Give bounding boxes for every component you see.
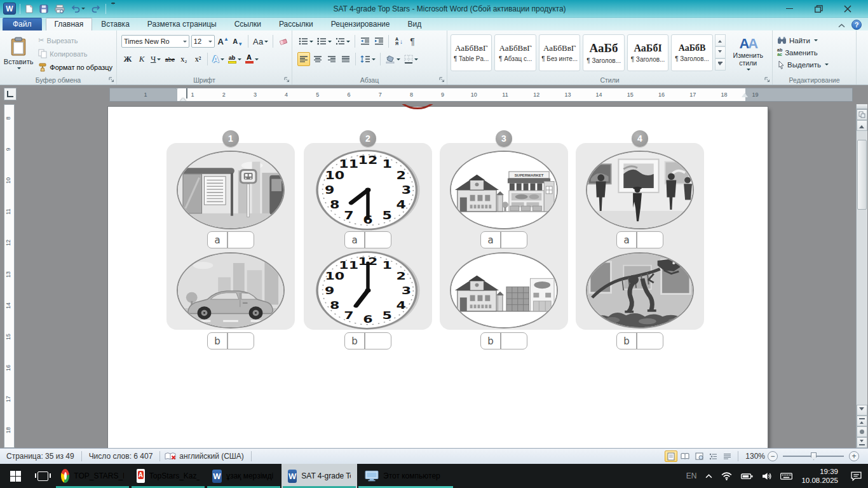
change-styles-button[interactable]: АА Изменить стили	[726, 34, 770, 74]
language-tray-indicator[interactable]: EN	[686, 471, 697, 480]
scrollbar-thumb[interactable]	[857, 140, 867, 210]
align-center-button[interactable]	[311, 52, 324, 66]
styles-scroll-down-button[interactable]	[715, 46, 726, 58]
page-indicator[interactable]: Страница: 35 из 49	[4, 452, 77, 461]
select-browse-object-button[interactable]	[857, 426, 867, 437]
paste-button[interactable]: Вставить	[3, 34, 34, 74]
web-layout-view-button[interactable]	[693, 451, 705, 462]
styles-more-button[interactable]	[715, 58, 726, 71]
cut-button[interactable]: ✂Вырезать	[36, 34, 114, 47]
justify-button[interactable]	[339, 52, 352, 66]
style-no-spacing[interactable]: АаБбВвГ¶ Без инте...	[539, 34, 580, 71]
print-layout-view-button[interactable]	[665, 451, 677, 462]
help-button[interactable]	[851, 20, 862, 30]
align-left-button[interactable]	[297, 52, 310, 66]
tab-review[interactable]: Рецензирование	[322, 18, 399, 30]
highlight-color-button[interactable]: ab	[227, 52, 243, 66]
document-page[interactable]: 1	[108, 107, 768, 448]
vertical-ruler[interactable]: 89101112131415161718	[4, 104, 15, 448]
clear-formatting-button[interactable]	[277, 34, 290, 48]
font-color-button[interactable]: А	[244, 52, 260, 66]
style-heading2[interactable]: АаБбІ¶ Заголов...	[627, 34, 668, 71]
zoom-in-button[interactable]	[849, 451, 859, 461]
save-button[interactable]	[38, 3, 50, 15]
answer-blank[interactable]	[501, 232, 527, 248]
tab-file[interactable]: Файл	[3, 18, 42, 30]
sort-button[interactable]: АЯ↓	[392, 34, 405, 48]
speaker-icon[interactable]	[762, 472, 771, 480]
tab-home[interactable]: Главная	[46, 18, 93, 30]
answer-blank[interactable]	[228, 232, 254, 248]
answer-blank[interactable]	[365, 232, 391, 248]
tab-insert[interactable]: Вставка	[92, 18, 139, 30]
replace-button[interactable]: abacЗаменить	[775, 46, 820, 58]
undo-button[interactable]	[70, 3, 86, 15]
select-button[interactable]: Выделить	[775, 58, 831, 71]
zoom-out-button[interactable]	[768, 451, 778, 461]
zoom-slider[interactable]	[783, 456, 844, 457]
full-screen-reading-view-button[interactable]	[679, 451, 691, 462]
action-center-icon[interactable]	[851, 471, 862, 481]
styles-dialog-launcher[interactable]	[764, 76, 771, 83]
touch-keyboard-icon[interactable]	[780, 473, 792, 480]
wifi-icon[interactable]	[721, 472, 732, 480]
bold-button[interactable]: Ж	[121, 52, 134, 66]
text-effects-button[interactable]: А	[211, 52, 225, 66]
scroll-up-button[interactable]	[857, 120, 867, 131]
change-case-button[interactable]: Аа	[252, 34, 269, 48]
task-view-button[interactable]	[31, 464, 55, 488]
minimize-button[interactable]	[783, 3, 796, 15]
shading-button[interactable]	[384, 52, 402, 66]
new-document-button[interactable]	[24, 3, 34, 15]
styles-scroll-up-button[interactable]	[715, 34, 726, 46]
style-heading1[interactable]: АаБб¶ Заголов...	[583, 34, 624, 71]
split-handle[interactable]	[857, 104, 867, 109]
tray-chevron-up-icon[interactable]	[705, 474, 712, 478]
show-marks-button[interactable]: ¶	[406, 34, 419, 48]
style-heading3[interactable]: АаБбВ¶ Заголов...	[671, 34, 712, 71]
answer-box-3b[interactable]: b	[480, 332, 527, 349]
clipboard-dialog-launcher[interactable]	[108, 76, 115, 83]
subscript-button[interactable]: х₂	[177, 52, 190, 66]
answer-blank[interactable]	[228, 333, 254, 349]
answer-blank[interactable]	[365, 333, 391, 349]
outline-view-button[interactable]	[707, 451, 719, 462]
right-indent-marker[interactable]	[742, 90, 748, 97]
font-family-select[interactable]: Times New Ro	[121, 35, 189, 48]
collapse-ribbon-button[interactable]	[838, 20, 845, 30]
answer-box-1a[interactable]: a	[207, 231, 254, 248]
taskbar-explorer-button[interactable]: Этот компьютер	[357, 464, 454, 488]
format-painter-button[interactable]: Формат по образцу	[36, 60, 114, 74]
align-right-button[interactable]	[325, 52, 338, 66]
answer-blank[interactable]	[501, 333, 527, 349]
word-logo-icon[interactable]	[3, 3, 16, 15]
taskbar-word-doc2-button[interactable]: SAT 4-grade Top St...	[281, 464, 357, 488]
tab-page-layout[interactable]: Разметка страницы	[139, 18, 226, 30]
scroll-down-button[interactable]	[857, 405, 867, 416]
proofing-errors-icon[interactable]	[165, 452, 177, 461]
answer-blank[interactable]	[637, 232, 663, 248]
increase-indent-button[interactable]	[372, 34, 385, 48]
style-normal[interactable]: АаБбВвГ¶ Абзац с...	[494, 34, 536, 71]
restore-button[interactable]	[812, 3, 825, 15]
horizontal-ruler[interactable]: 1 12345678910111213141516171819	[109, 88, 853, 102]
vertical-scrollbar[interactable]	[856, 104, 867, 448]
bullets-button[interactable]	[297, 34, 315, 48]
tab-mailings[interactable]: Рассылки	[270, 18, 322, 30]
tab-selector-button[interactable]	[4, 88, 17, 100]
line-spacing-button[interactable]	[359, 52, 377, 66]
borders-button[interactable]	[403, 52, 419, 66]
answer-blank[interactable]	[637, 333, 663, 349]
taskbar-chrome-button[interactable]: TOP_STARS_KAZ_4_...	[55, 464, 130, 488]
answer-box-4a[interactable]: a	[616, 231, 663, 248]
font-size-select[interactable]: 12	[191, 35, 215, 48]
answer-box-4b[interactable]: b	[616, 332, 663, 349]
paragraph-dialog-launcher[interactable]	[438, 76, 445, 83]
find-button[interactable]: Найти	[775, 34, 820, 46]
zoom-level[interactable]: 130%	[743, 452, 768, 461]
tab-references[interactable]: Ссылки	[226, 18, 270, 30]
underline-button[interactable]: Ч	[149, 52, 162, 66]
toggle-ruler-button[interactable]	[857, 109, 867, 120]
clock[interactable]: 19:3910.08.2025	[801, 467, 838, 485]
grow-font-button[interactable]: А▲	[217, 34, 229, 48]
